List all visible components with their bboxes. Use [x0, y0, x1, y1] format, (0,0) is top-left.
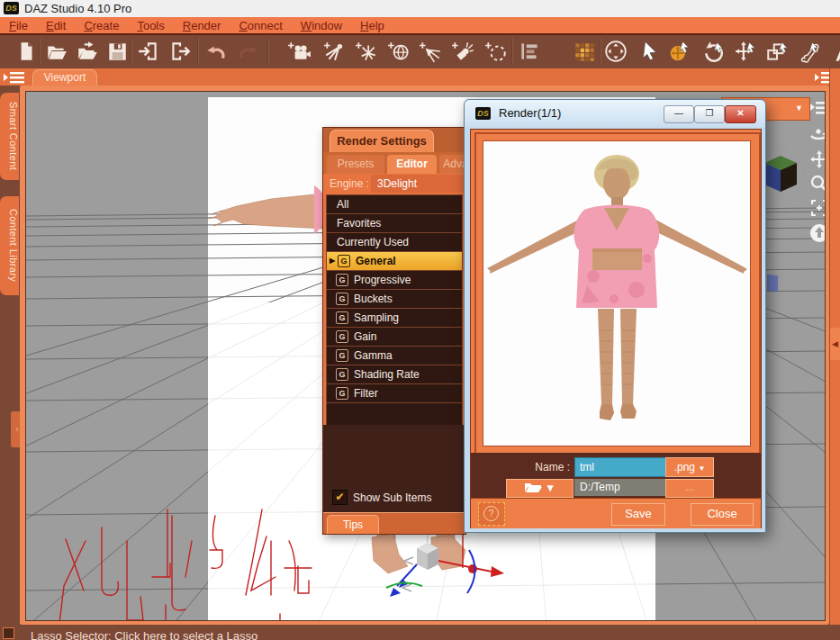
save-path-field[interactable]: D:/Temp — [574, 479, 665, 496]
toolbar-separator — [511, 38, 513, 65]
engine-row: Engine : 3Delight — [323, 174, 465, 194]
category-progressive[interactable]: GProgressive — [327, 271, 462, 290]
menu-connect[interactable]: Connect — [230, 19, 291, 32]
export-file-icon[interactable] — [168, 40, 192, 63]
category-currently-used[interactable]: Currently Used — [327, 233, 462, 252]
active-pose-tool-icon[interactable] — [668, 40, 691, 63]
status-icon[interactable] — [3, 627, 14, 639]
category-general[interactable]: ▶GGeneral — [327, 252, 462, 271]
open-file-icon[interactable] — [45, 40, 68, 63]
right-dock-strip: ◀ — [829, 68, 840, 625]
create-point-light-icon[interactable] — [355, 40, 378, 63]
scale-tool-icon[interactable] — [765, 40, 789, 63]
frame-item-icon[interactable] — [808, 197, 826, 219]
render-settings-header: Render Settings — [323, 128, 465, 152]
show-sub-items-checkbox[interactable]: ✔ — [332, 490, 348, 505]
close-button[interactable]: Close — [691, 503, 754, 526]
group-icon: G — [336, 368, 348, 381]
create-linear-point-light-icon[interactable] — [451, 40, 474, 63]
zoom-camera-icon[interactable] — [808, 173, 826, 194]
create-distant-light-icon[interactable] — [323, 40, 347, 63]
group-icon: G — [336, 293, 348, 305]
name-label: Name : — [489, 461, 570, 473]
engine-label: Engine : — [330, 177, 369, 190]
pan-camera-icon[interactable] — [808, 149, 826, 170]
create-camera-icon[interactable] — [288, 40, 312, 63]
status-text: Lasso Selector: Click here to select a L… — [31, 629, 257, 640]
category-all[interactable]: All — [327, 195, 462, 214]
rotate-tool-icon[interactable] — [701, 40, 725, 63]
orbit-camera-icon[interactable] — [808, 123, 826, 145]
list-footer-area: ✔ Show Sub Items — [323, 425, 465, 512]
menu-window[interactable]: Window — [292, 19, 351, 32]
help-button[interactable]: ? — [478, 502, 505, 526]
tab-editor[interactable]: Editor — [387, 155, 437, 174]
group-icon: G — [336, 311, 348, 324]
browse-button[interactable]: ... — [665, 479, 714, 498]
menu-tools[interactable]: Tools — [128, 19, 173, 32]
engine-value-field[interactable]: 3Delight — [371, 175, 466, 193]
filename-input[interactable]: tml — [574, 457, 666, 477]
category-buckets[interactable]: GBuckets — [327, 290, 462, 309]
tips-tab[interactable]: Tips — [327, 515, 379, 535]
group-icon: G — [336, 387, 348, 400]
window-titlebar: DS DAZ Studio 4.10 Pro — [0, 0, 840, 18]
maximize-button[interactable]: ❐ — [694, 105, 725, 123]
tab-presets[interactable]: Presets — [327, 155, 384, 174]
toolbar-separator — [197, 38, 199, 65]
render-dialog-footer: ? Save Close — [471, 498, 761, 528]
tab-advanced[interactable]: Advanced — [439, 155, 466, 174]
left-pane-options-icon[interactable] — [3, 70, 26, 85]
viewport-pane-options-icon[interactable] — [808, 97, 826, 119]
group-icon: G — [336, 274, 348, 286]
scene-pane-icon[interactable] — [518, 40, 541, 63]
category-gain[interactable]: GGain — [327, 328, 462, 347]
group-icon: G — [336, 330, 348, 343]
menu-help[interactable]: Help — [351, 19, 393, 32]
render-dialog-titlebar[interactable]: DS Render(1/1) — ❐ ✕ — [465, 100, 765, 127]
left-dock: Smart Content Content Library › — [0, 86, 20, 625]
sidebar-tab-smart-content[interactable]: Smart Content — [0, 93, 19, 180]
pane-tab-bar: Viewport — [0, 68, 840, 86]
partial-tool-icon[interactable] — [830, 40, 840, 63]
translate-tool-icon[interactable] — [734, 40, 757, 63]
menu-render[interactable]: Render — [174, 19, 230, 32]
category-favorites[interactable]: Favorites — [327, 214, 462, 233]
save-button[interactable]: Save — [611, 503, 665, 526]
create-null-icon[interactable] — [484, 40, 508, 63]
import-file-icon[interactable] — [137, 40, 160, 63]
node-selection-tool-icon[interactable] — [638, 40, 662, 63]
category-sampling[interactable]: GSampling — [327, 309, 462, 328]
toolbar-separator — [600, 38, 601, 65]
joint-editor-tool-icon[interactable] — [798, 40, 821, 63]
merge-file-icon[interactable] — [76, 40, 99, 63]
minimize-button[interactable]: — — [664, 105, 694, 123]
create-spotlight-icon[interactable] — [419, 40, 442, 63]
reset-camera-icon[interactable] — [808, 222, 826, 244]
new-file-icon[interactable] — [14, 40, 38, 63]
menu-file[interactable]: File — [0, 19, 37, 32]
right-dock-collapse-handle[interactable]: ◀ — [830, 328, 840, 360]
folder-dropdown[interactable]: ▼ — [506, 479, 574, 498]
save-file-icon[interactable] — [105, 40, 129, 63]
create-sphere-light-icon[interactable] — [387, 40, 411, 63]
viewport-tab[interactable]: Viewport — [32, 69, 97, 86]
undo-icon[interactable] — [204, 40, 228, 63]
category-filter[interactable]: GFilter — [327, 384, 462, 403]
render-dialog-icon: DS — [475, 107, 491, 120]
category-gamma[interactable]: GGamma — [327, 347, 462, 365]
render-image-frame — [474, 132, 761, 456]
redo-icon[interactable] — [237, 40, 260, 63]
texture-shaded-style-icon[interactable] — [573, 40, 596, 63]
category-shading-rate[interactable]: GShading Rate — [327, 365, 462, 384]
sidebar-tab-content-library[interactable]: Content Library — [0, 196, 19, 295]
close-window-button[interactable]: ✕ — [725, 105, 756, 123]
rendered-figure — [483, 141, 750, 446]
format-dropdown[interactable]: .png ▼ — [665, 457, 714, 477]
menu-edit[interactable]: Edit — [37, 19, 75, 32]
render-settings-title-tab[interactable]: Render Settings — [330, 130, 434, 153]
toolbar-separator — [131, 38, 132, 65]
pan-viewport-tool-icon[interactable] — [604, 40, 628, 63]
menu-create[interactable]: Create — [75, 19, 128, 32]
selected-arrow-icon: ▶ — [330, 252, 337, 270]
